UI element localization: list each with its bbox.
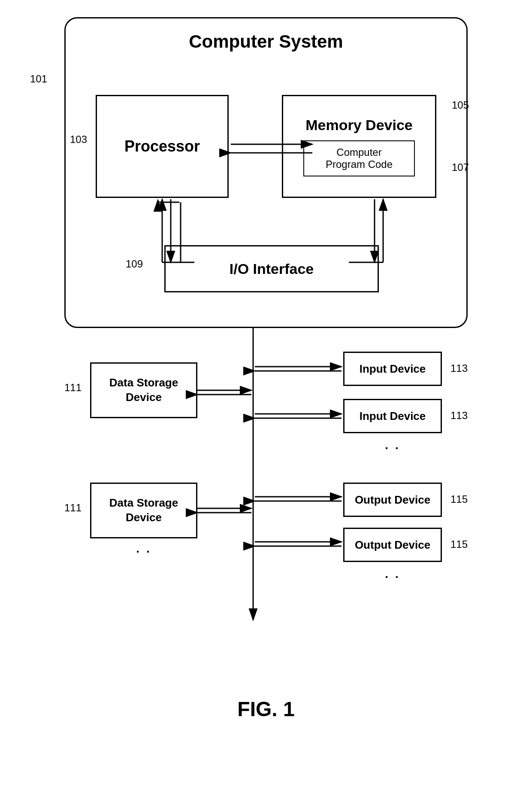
io-box: I/O Interface [164, 245, 379, 292]
fig-label: FIG. 1 [237, 697, 294, 721]
ref-113b: 113 [450, 410, 468, 422]
processor-label: Processor [124, 137, 200, 155]
storage-dots-2: . . [90, 542, 197, 556]
storage-wrap-1: 111 Data Storage Device [90, 362, 197, 418]
memory-wrap: 105 107 Memory Device Computer Program C… [282, 95, 436, 198]
computer-system-box: Computer System 103 Processor 105 107 Me… [64, 17, 468, 328]
input-box-2: Input Device [343, 399, 442, 433]
output-wrap-1: 115 Output Device [343, 483, 442, 517]
ref-107: 107 [452, 161, 469, 173]
output-dots: . . [343, 567, 442, 581]
program-code-box: Computer Program Code [303, 140, 415, 176]
ref-113a: 113 [450, 362, 468, 374]
input-label-2: Input Device [360, 410, 426, 423]
storage-label-1: Data Storage Device [109, 376, 178, 405]
memory-title: Memory Device [305, 117, 412, 134]
output-label-2: Output Device [355, 538, 430, 552]
input-box-1: Input Device [343, 352, 442, 386]
output-box-1: Output Device [343, 483, 442, 517]
input-wrap-1: 113 Input Device [343, 352, 442, 386]
output-box-2: Output Device [343, 528, 442, 562]
ref-101: 101 [30, 73, 47, 85]
ref-115a: 115 [450, 493, 468, 505]
input-label-1: Input Device [360, 362, 426, 376]
ref-111a: 111 [64, 382, 82, 394]
external-section: 111 Data Storage Device 111 Data Storage… [64, 328, 468, 663]
ref-109: 109 [126, 258, 143, 270]
input-dots: . . [343, 438, 442, 452]
memory-box: Memory Device Computer Program Code [282, 95, 436, 198]
ref-111b: 111 [64, 502, 82, 514]
io-wrap: 109 I/O Interface [164, 245, 379, 292]
diagram-container: 101 Computer System 103 Processor 105 10… [30, 17, 502, 721]
processor-wrap: 103 Processor [96, 95, 229, 198]
ref-105: 105 [452, 99, 469, 111]
storage-box-1: Data Storage Device [90, 362, 197, 418]
processor-box: Processor [96, 95, 229, 198]
input-wrap-2: 113 Input Device . . [343, 399, 442, 452]
output-label-1: Output Device [355, 493, 430, 507]
computer-system-title: Computer System [83, 31, 449, 52]
io-label: I/O Interface [230, 261, 314, 277]
output-wrap-2: 115 Output Device . . [343, 528, 442, 581]
ref-103: 103 [70, 134, 87, 146]
storage-label-2: Data Storage Device [109, 496, 178, 525]
computer-inner: 103 Processor 105 107 Memory Device Comp… [83, 65, 449, 305]
storage-box-2: Data Storage Device [90, 483, 197, 538]
ref-115b: 115 [450, 538, 468, 550]
storage-wrap-2: 111 Data Storage Device . . [90, 483, 197, 556]
program-code-label: Computer Program Code [326, 146, 393, 170]
